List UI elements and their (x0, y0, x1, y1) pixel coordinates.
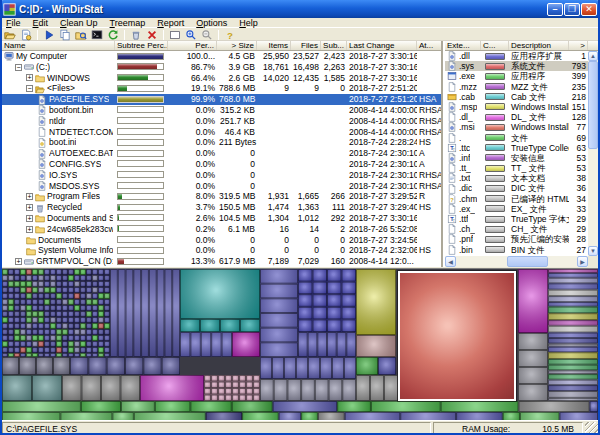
ext-cell-desc: Windows Installer 软件包 (509, 122, 569, 132)
tree-row[interactable]: ntldr0.0%251.7 KB2008-4-14 4:00:00RHSA (2, 116, 441, 127)
ext-row[interactable]: .ttfTrueType 字体文件29 (445, 214, 598, 224)
minimize-button[interactable]: – (547, 3, 563, 16)
scroll-left-icon[interactable]: ◀ (445, 256, 456, 267)
copy-path-button[interactable] (57, 29, 73, 41)
help-button[interactable] (222, 29, 238, 41)
expand-icon[interactable]: + (15, 258, 22, 265)
extension-vertical-scrollbar[interactable]: ▲ ▼ (588, 51, 598, 256)
menu-help[interactable]: Help (233, 18, 264, 27)
open-button[interactable] (2, 29, 18, 41)
ext-row[interactable]: .dicDIC 文件36 (445, 183, 598, 193)
tree-row[interactable]: +Documents and Sett...2.6%104.5 MB1,3041… (2, 213, 441, 224)
tree-row[interactable]: +Program Files8.0%319.5 MB1,9311,6652662… (2, 191, 441, 202)
tree-header-bar[interactable]: Subtree Perc... (115, 41, 168, 50)
ext-row[interactable]: .ex_EX_ 文件33 (445, 204, 598, 214)
scroll-right-icon[interactable]: ▶ (577, 256, 588, 267)
horizontal-scroll-thumb[interactable] (507, 256, 548, 267)
tree-header-pct[interactable]: Per... (168, 41, 217, 50)
tree-cell-items (257, 148, 291, 159)
tree-row[interactable]: boot.ini0.0%211 Bytes2018-7-24 2:28:24HS (2, 137, 441, 148)
refresh-selected-button[interactable] (105, 29, 121, 41)
ext-row[interactable]: .文件69 (445, 133, 598, 143)
ext-row[interactable]: .txt文本文档38 (445, 173, 598, 183)
tree-row[interactable]: PAGEFILE.SYS99.9%768.0 MB2018-7-27 2:51:… (2, 94, 441, 105)
tree-row[interactable]: System Volume Info...0.0%00002018-7-24 2… (2, 245, 441, 256)
tree-row[interactable]: My Computer100.0...4.5 GB25,95023,5272,4… (2, 51, 441, 62)
menu-clean-up[interactable]: Clean Up (54, 18, 104, 27)
expand-icon[interactable]: + (26, 74, 33, 81)
tree-row[interactable]: NTDETECT.COM0.0%46.4 KB2008-4-14 4:00:00… (2, 127, 441, 138)
tree-row[interactable]: +24cw685ek283cwf3b6...0.2%6.1 MB16142201… (2, 224, 441, 235)
zoom-in-button[interactable] (183, 29, 199, 41)
tree-row[interactable]: MSDOS.SYS0.0%02018-7-24 2:30:10RHSA (2, 181, 441, 192)
ext-row[interactable]: .sys系统文件793 (445, 61, 598, 71)
tree-row[interactable]: bootfont.bin0.0%315.2 KB2008-4-14 4:00:0… (2, 105, 441, 116)
tree-header-size[interactable]: > Size (217, 41, 257, 50)
tree-header-subdirs[interactable]: Sub... (321, 41, 347, 50)
title-bar[interactable]: C:|D: - WinDirStat – ❐ ✕ (0, 0, 600, 18)
ext-row[interactable]: .chm已编译的 HTML 帮助文件34 (445, 194, 598, 204)
menu-report[interactable]: Report (151, 18, 190, 27)
ext-row[interactable]: .pnf预先汇编的安装信息28 (445, 234, 598, 244)
ext-row[interactable]: .msiWindows Installer 软件包77 (445, 122, 598, 132)
expand-icon[interactable]: + (26, 204, 33, 211)
maximize-button[interactable]: ❐ (564, 3, 580, 16)
menu-file[interactable]: File (0, 18, 27, 27)
resize-grip[interactable] (585, 422, 598, 434)
tree-header-name[interactable]: Name (2, 41, 115, 50)
ext-row[interactable]: .inf安装信息53 (445, 153, 598, 163)
explorer-here-button[interactable] (73, 29, 89, 41)
tree-row[interactable]: IO.SYS0.0%02018-7-24 2:30:10RHSA (2, 170, 441, 181)
ext-row[interactable]: .tt_TT_ 文件53 (445, 163, 598, 173)
ext-header-color[interactable]: C... (481, 41, 509, 50)
menu-options[interactable]: Options (190, 18, 233, 27)
close-button[interactable]: ✕ (581, 3, 597, 16)
tree-cell-last_change: 2018-7-24 2:30:10 (347, 181, 417, 192)
command-prompt-button[interactable] (89, 29, 105, 41)
tree-row[interactable]: Documents0.0%00002018-7-27 3:24:56 (2, 235, 441, 246)
expand-icon[interactable]: + (26, 226, 33, 233)
expand-icon[interactable]: + (26, 215, 33, 222)
expand-icon[interactable]: + (26, 193, 33, 200)
tree-row[interactable]: −(C:)86.7%3.9 GB18,76116,4982,2632018-7-… (2, 62, 441, 73)
extension-horizontal-scrollbar[interactable]: ◀ ▶ (445, 256, 588, 267)
ext-row[interactable]: .dll应用程序扩展1 (445, 51, 598, 61)
ext-header-desc[interactable]: Description (509, 41, 569, 50)
tree-header-files[interactable]: Files (291, 41, 321, 50)
tree-header-items[interactable]: Items (257, 41, 291, 50)
delete-to-bin-button[interactable] (128, 29, 144, 41)
tree-row[interactable]: +Recycled3.7%150.5 MB1,4741,3631112018-7… (2, 202, 441, 213)
treemap-canvas[interactable] (2, 269, 598, 420)
tree-header-last_change[interactable]: Last Change (347, 41, 417, 50)
tree-row[interactable]: −<Files>19.1%788.6 MB9902018-7-27 2:51:2… (2, 83, 441, 94)
collapse-icon[interactable]: − (15, 64, 22, 71)
tree-header-attrs[interactable]: At... (417, 41, 443, 50)
ext-row[interactable]: .mzzMZZ 文件235 (445, 82, 598, 92)
delete-button[interactable] (144, 29, 160, 41)
tree-row[interactable]: AUTOEXEC.BAT0.0%02018-7-24 2:30:10A (2, 148, 441, 159)
tree-row[interactable]: +WINDOWS66.4%2.6 GB14,02012,4351,5852018… (2, 73, 441, 84)
scroll-down-icon[interactable]: ▼ (588, 246, 598, 256)
scroll-up-icon[interactable]: ▲ (588, 51, 598, 61)
show-treemap-button[interactable] (167, 29, 183, 41)
ext-row[interactable]: .cabCab 文件218 (445, 92, 598, 102)
menu-treemap[interactable]: Treemap (104, 18, 152, 27)
ext-header-ext[interactable]: Exte... (445, 41, 481, 50)
tree-row[interactable]: CONFIG.SYS0.0%02018-7-24 2:30:10A (2, 159, 441, 170)
ext-row[interactable]: .ch_CH_ 文件29 (445, 224, 598, 234)
vertical-scroll-thumb[interactable] (588, 61, 598, 149)
run-button[interactable] (41, 29, 57, 41)
zoom-out-button[interactable] (199, 29, 215, 41)
ext-row[interactable]: .binBIN 文件27 (445, 245, 598, 255)
ext-header-count[interactable]: > (569, 41, 588, 50)
ext-row[interactable]: .exe应用程序399 (445, 71, 598, 81)
menu-edit[interactable]: Edit (27, 18, 55, 27)
tree-row[interactable]: +GRTMPVOL_CN (D:)13.3%617.9 MB7,1897,029… (2, 256, 441, 267)
ext-cell-desc: MZZ 文件 (509, 82, 569, 92)
collapse-icon[interactable]: − (26, 85, 33, 92)
ext-row[interactable]: .dl_DL_ 文件128 (445, 112, 598, 122)
refresh-all-button[interactable] (18, 29, 34, 41)
ext-row[interactable]: .mspWindows Installer 修补程序151 (445, 102, 598, 112)
ext-row[interactable]: .ttcTrueType Collection 字...63 (445, 143, 598, 153)
treemap-view[interactable] (2, 268, 598, 420)
